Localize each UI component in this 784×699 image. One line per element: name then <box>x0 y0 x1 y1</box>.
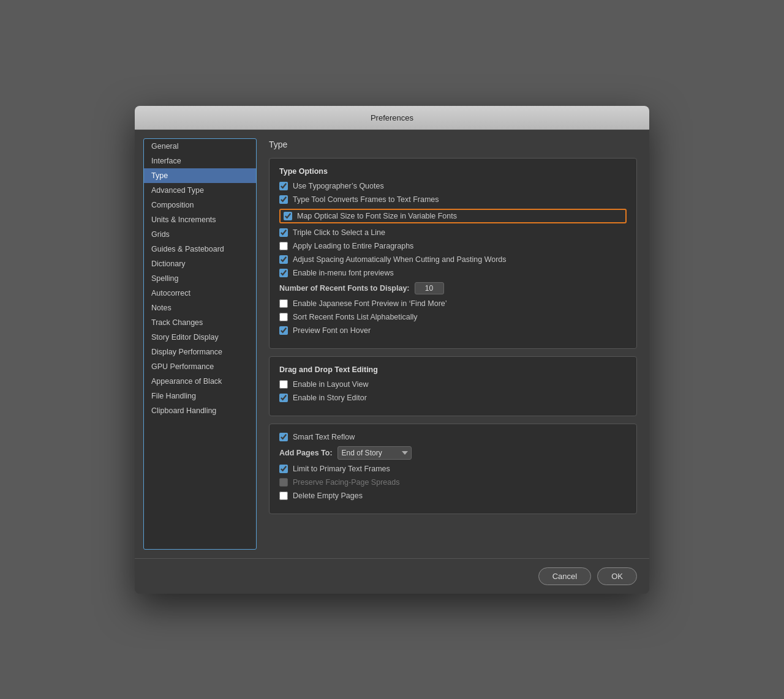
checkbox-row-enable-story-editor: Enable in Story Editor <box>279 394 627 402</box>
sidebar-item-composition[interactable]: Composition <box>144 198 256 212</box>
sidebar-item-advanced-type[interactable]: Advanced Type <box>144 183 256 198</box>
enable-story-editor-label: Enable in Story Editor <box>293 394 367 402</box>
delete-empty-pages-label: Delete Empty Pages <box>293 492 363 500</box>
recent-fonts-row: Number of Recent Fonts to Display: <box>279 282 627 294</box>
type-tool-converts-label: Type Tool Converts Frames to Text Frames <box>293 195 439 204</box>
typographers-quotes-label: Use Typographer’s Quotes <box>293 182 384 190</box>
sidebar-item-grids[interactable]: Grids <box>144 227 256 242</box>
japanese-font-preview-label: Enable Japanese Font Preview in ‘Find Mo… <box>293 299 447 308</box>
sidebar-item-track-changes[interactable]: Track Changes <box>144 315 256 330</box>
checkbox-row-limit-primary: Limit to Primary Text Frames <box>279 465 627 473</box>
ok-button[interactable]: OK <box>597 567 637 585</box>
map-optical-size-checkbox[interactable] <box>284 212 292 220</box>
checkbox-row-delete-empty-pages: Delete Empty Pages <box>279 492 627 500</box>
map-optical-size-label: Map Optical Size to Font Size in Variabl… <box>297 212 457 220</box>
sidebar-item-story-editor-display[interactable]: Story Editor Display <box>144 330 256 345</box>
enable-font-previews-label: Enable in-menu font previews <box>293 269 394 277</box>
smart-text-panel: Smart Text Reflow Add Pages To: End of S… <box>269 424 637 514</box>
limit-primary-label: Limit to Primary Text Frames <box>293 465 390 473</box>
sidebar-item-interface[interactable]: Interface <box>144 154 256 168</box>
checkbox-row-triple-click: Triple Click to Select a Line <box>279 228 627 237</box>
add-pages-label: Add Pages To: <box>279 449 333 457</box>
triple-click-checkbox[interactable] <box>279 228 288 237</box>
checkbox-row-enable-font-previews: Enable in-menu font previews <box>279 269 627 277</box>
typographers-quotes-checkbox[interactable] <box>279 182 288 190</box>
sidebar-item-gpu-performance[interactable]: GPU Performance <box>144 359 256 374</box>
preview-font-hover-checkbox[interactable] <box>279 326 288 335</box>
adjust-spacing-checkbox[interactable] <box>279 255 288 264</box>
dialog-title: Preferences <box>371 113 413 122</box>
preserve-facing-checkbox[interactable] <box>279 478 288 487</box>
sort-recent-fonts-checkbox[interactable] <box>279 313 288 321</box>
checkbox-row-sort-recent-fonts: Sort Recent Fonts List Alphabetically <box>279 313 627 321</box>
type-options-subtitle: Type Options <box>279 167 627 176</box>
recent-fonts-label: Number of Recent Fonts to Display: <box>279 284 410 293</box>
checkbox-row-japanese-font-preview: Enable Japanese Font Preview in ‘Find Mo… <box>279 299 627 308</box>
apply-leading-label: Apply Leading to Entire Paragraphs <box>293 242 413 250</box>
smart-reflow-checkbox[interactable] <box>279 433 288 441</box>
sidebar-item-display-performance[interactable]: Display Performance <box>144 345 256 359</box>
sidebar-item-autocorrect[interactable]: Autocorrect <box>144 286 256 301</box>
sidebar: GeneralInterfaceTypeAdvanced TypeComposi… <box>143 138 257 550</box>
checkbox-row-map-optical-size: Map Optical Size to Font Size in Variabl… <box>279 209 627 223</box>
checkbox-row-typographers-quotes: Use Typographer’s Quotes <box>279 182 627 190</box>
sidebar-item-dictionary[interactable]: Dictionary <box>144 256 256 271</box>
preserve-facing-label: Preserve Facing-Page Spreads <box>293 478 399 487</box>
apply-leading-checkbox[interactable] <box>279 242 288 250</box>
type-tool-converts-checkbox[interactable] <box>279 195 288 204</box>
enable-layout-view-label: Enable in Layout View <box>293 380 368 389</box>
checkbox-row-adjust-spacing: Adjust Spacing Automatically When Cuttin… <box>279 255 627 264</box>
japanese-font-preview-checkbox[interactable] <box>279 299 288 308</box>
sidebar-item-general[interactable]: General <box>144 139 256 154</box>
sidebar-item-spelling[interactable]: Spelling <box>144 271 256 286</box>
checkbox-row-preview-font-hover: Preview Font on Hover <box>279 326 627 335</box>
checkbox-row-preserve-facing: Preserve Facing-Page Spreads <box>279 478 627 487</box>
dialog-titlebar: Preferences <box>135 106 649 130</box>
cancel-button[interactable]: Cancel <box>538 567 591 585</box>
enable-story-editor-checkbox[interactable] <box>279 394 288 402</box>
sort-recent-fonts-label: Sort Recent Fonts List Alphabetically <box>293 313 418 321</box>
dialog-body: GeneralInterfaceTypeAdvanced TypeComposi… <box>135 130 649 558</box>
limit-primary-checkbox[interactable] <box>279 465 288 473</box>
main-content: Type Type Options Use Typographer’s Quot… <box>257 130 649 558</box>
type-options-panel: Type Options Use Typographer’s QuotesTyp… <box>269 158 637 349</box>
sidebar-item-type[interactable]: Type <box>144 168 256 183</box>
checkbox-row-apply-leading: Apply Leading to Entire Paragraphs <box>279 242 627 250</box>
smart-reflow-row: Smart Text Reflow <box>279 433 627 441</box>
dialog-footer: Cancel OK <box>135 558 649 594</box>
section-title: Type <box>269 140 637 149</box>
drag-drop-subtitle: Drag and Drop Text Editing <box>279 365 627 374</box>
sidebar-item-units-increments[interactable]: Units & Increments <box>144 212 256 227</box>
triple-click-label: Triple Click to Select a Line <box>293 228 385 237</box>
sidebar-item-guides-pasteboard[interactable]: Guides & Pasteboard <box>144 242 256 256</box>
preview-font-hover-label: Preview Font on Hover <box>293 326 371 335</box>
checkbox-row-enable-layout-view: Enable in Layout View <box>279 380 627 389</box>
sidebar-item-file-handling[interactable]: File Handling <box>144 389 256 403</box>
smart-reflow-label: Smart Text Reflow <box>293 433 355 441</box>
drag-drop-panel: Drag and Drop Text Editing Enable in Lay… <box>269 356 637 416</box>
adjust-spacing-label: Adjust Spacing Automatically When Cuttin… <box>293 255 507 264</box>
add-pages-select[interactable]: End of StoryEnd of DocumentEnd of Sectio… <box>337 446 412 460</box>
add-pages-row: Add Pages To: End of StoryEnd of Documen… <box>279 446 627 460</box>
recent-fonts-input[interactable] <box>415 282 444 294</box>
delete-empty-pages-checkbox[interactable] <box>279 492 288 500</box>
sidebar-item-clipboard-handling[interactable]: Clipboard Handling <box>144 403 256 418</box>
sidebar-item-notes[interactable]: Notes <box>144 301 256 315</box>
enable-font-previews-checkbox[interactable] <box>279 269 288 277</box>
sidebar-item-appearance-of-black[interactable]: Appearance of Black <box>144 374 256 389</box>
preferences-dialog: Preferences GeneralInterfaceTypeAdvanced… <box>135 106 649 594</box>
enable-layout-view-checkbox[interactable] <box>279 380 288 389</box>
checkbox-row-type-tool-converts: Type Tool Converts Frames to Text Frames <box>279 195 627 204</box>
